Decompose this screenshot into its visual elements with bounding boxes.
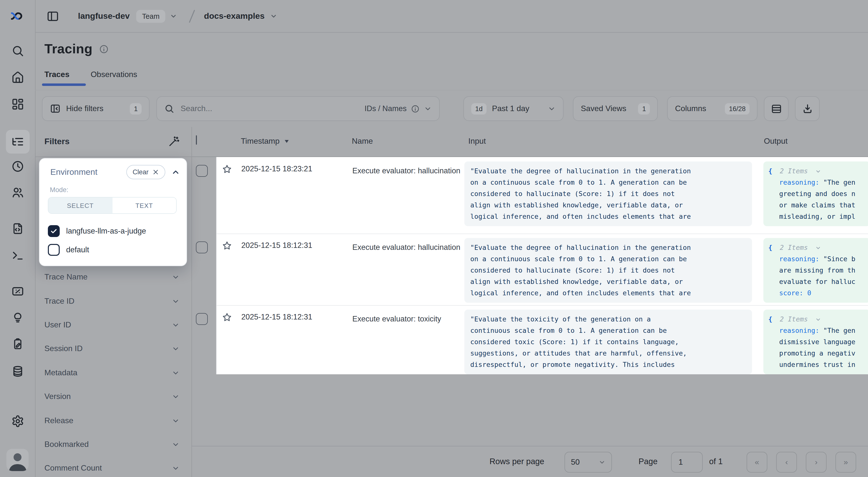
sidebar-item-prompts[interactable] (6, 217, 30, 240)
hide-filters-button[interactable]: Hide filters 1 (42, 96, 150, 121)
close-icon (153, 169, 159, 175)
mode-select-button[interactable]: SELECT (49, 198, 112, 213)
filter-item-version[interactable]: Version (35, 385, 191, 409)
filter-item-release[interactable]: Release (35, 409, 191, 433)
mode-toggle: SELECT TEXT (48, 197, 177, 214)
filter-item-trace-id[interactable]: Trace ID (35, 289, 191, 313)
filter-item-metadata[interactable]: Metadata (35, 361, 191, 385)
search-bar[interactable]: IDs / Names (156, 96, 440, 121)
row-checkbox[interactable] (196, 165, 208, 177)
tab-bar-divider (35, 90, 868, 90)
langfuse-logo-icon (8, 6, 27, 25)
filter-item-label: User ID (44, 321, 71, 329)
info-icon[interactable] (99, 44, 109, 54)
tab-observations[interactable]: Observations (91, 70, 137, 79)
time-range-badge: 1d (471, 103, 487, 114)
chevron-up-icon[interactable] (171, 168, 180, 177)
sidebar-item-search[interactable] (6, 39, 30, 63)
filter-item-user-id[interactable]: User ID (35, 313, 191, 337)
rows-per-page-select[interactable]: 50 (564, 452, 612, 473)
info-icon (411, 105, 420, 113)
previous-page-button[interactable]: ‹ (776, 452, 797, 473)
checkbox-checked[interactable] (48, 225, 60, 237)
insights-icon (11, 311, 24, 324)
search-scope-selector[interactable]: IDs / Names (365, 104, 432, 113)
clear-filter-button[interactable]: Clear (126, 165, 165, 179)
sidebar-item-users[interactable] (6, 181, 30, 204)
user-avatar[interactable] (6, 449, 29, 471)
row-height-button[interactable] (764, 96, 788, 121)
chevron-down-icon (172, 273, 180, 281)
users-icon (11, 186, 24, 199)
row-checkbox[interactable] (196, 241, 208, 253)
last-page-button[interactable]: » (835, 452, 856, 473)
check-icon (50, 227, 58, 235)
panel-divider (191, 127, 192, 477)
sidebar-item-insights[interactable] (6, 306, 30, 329)
export-button[interactable] (795, 96, 819, 121)
project-switcher[interactable]: docs-examples (197, 11, 278, 21)
table-header: Timestamp Name Input Output (192, 127, 868, 157)
environment-option[interactable]: default (48, 240, 180, 259)
home-icon (11, 71, 24, 84)
chevron-down-icon[interactable] (815, 316, 822, 322)
saved-views-button[interactable]: Saved Views 1 (573, 96, 658, 121)
column-header-name[interactable]: Name (352, 137, 373, 146)
row-checkbox[interactable] (196, 313, 208, 325)
table-row[interactable]: 2025-12-15 18:12:31Execute evaluator: to… (217, 305, 868, 374)
wand-sparkles-icon[interactable] (168, 136, 180, 148)
tab-traces[interactable]: Traces (44, 70, 69, 79)
sidebar-item-settings[interactable] (6, 409, 30, 433)
filter-item-comment-count[interactable]: Comment Count (35, 456, 191, 477)
column-header-input[interactable]: Input (468, 137, 486, 146)
chevron-down-icon (172, 297, 180, 305)
chevron-down-icon[interactable] (815, 168, 822, 174)
environment-option[interactable]: langfuse-llm-as-a-judge (48, 222, 180, 240)
table-row[interactable]: 2025-12-15 18:12:31Execute evaluator: ha… (217, 234, 868, 310)
name-cell: Execute evaluator: hallucination (352, 241, 463, 254)
bookmark-star-icon[interactable] (222, 164, 232, 175)
filter-item-label: Trace Name (44, 273, 88, 281)
sidebar-rail (0, 0, 35, 477)
filter-item-label: Version (44, 392, 71, 401)
time-range-button[interactable]: 1d Past 1 day (463, 96, 563, 121)
columns-button[interactable]: Columns 16/28 (667, 96, 757, 121)
sidebar-item-home[interactable] (6, 66, 30, 89)
bookmark-star-icon[interactable] (222, 312, 232, 323)
first-page-button[interactable]: « (747, 452, 767, 473)
chevron-down-icon (170, 12, 177, 20)
table-body: 2025-12-15 18:23:21Execute evaluator: ha… (216, 157, 868, 374)
mode-text-button[interactable]: TEXT (112, 198, 176, 213)
filter-item-session-id[interactable]: Session ID (35, 337, 191, 361)
sidebar-item-tracing[interactable] (6, 130, 30, 154)
bookmark-star-icon[interactable] (222, 240, 232, 251)
chevron-down-icon[interactable] (815, 245, 822, 250)
environment-filter-card: Environment Clear Mode: SELECT TEXT lang… (39, 158, 187, 266)
column-header-output[interactable]: Output (764, 137, 787, 146)
environment-option-label: langfuse-llm-as-a-judge (66, 227, 146, 236)
page-total-label: of 1 (709, 457, 723, 466)
next-page-button[interactable]: › (806, 452, 827, 473)
sidebar-item-dashboards[interactable] (6, 92, 30, 116)
filter-item-label: Session ID (44, 345, 83, 353)
org-switcher[interactable]: langfuse-dev Team (59, 10, 177, 23)
search-input[interactable] (180, 104, 359, 114)
tab-bar: Traces Observations (44, 70, 137, 79)
sidebar-item-sessions[interactable] (6, 154, 30, 178)
hide-filters-label: Hide filters (66, 104, 103, 113)
table-row[interactable]: 2025-12-15 18:23:21Execute evaluator: ha… (217, 157, 868, 234)
column-header-timestamp[interactable]: Timestamp (241, 137, 289, 146)
sidebar-item-annotation-queues[interactable] (6, 332, 30, 356)
checkbox-unchecked[interactable] (48, 244, 60, 256)
org-plan-badge: Team (136, 10, 165, 23)
page-number-input[interactable]: 1 (671, 452, 703, 473)
sidebar-item-datasets[interactable] (6, 359, 30, 383)
active-filter-count-badge: 1 (130, 103, 142, 114)
filter-item-bookmarked[interactable]: Bookmarked (35, 432, 191, 456)
select-all-checkbox[interactable] (196, 135, 197, 145)
sidebar-item-evaluators[interactable] (6, 279, 30, 303)
timestamp-cell: 2025-12-15 18:23:21 (241, 165, 312, 173)
sidebar-toggle-icon[interactable] (46, 10, 59, 23)
filter-item-trace-name[interactable]: Trace Name (35, 265, 191, 289)
sidebar-item-playground[interactable] (6, 243, 30, 267)
